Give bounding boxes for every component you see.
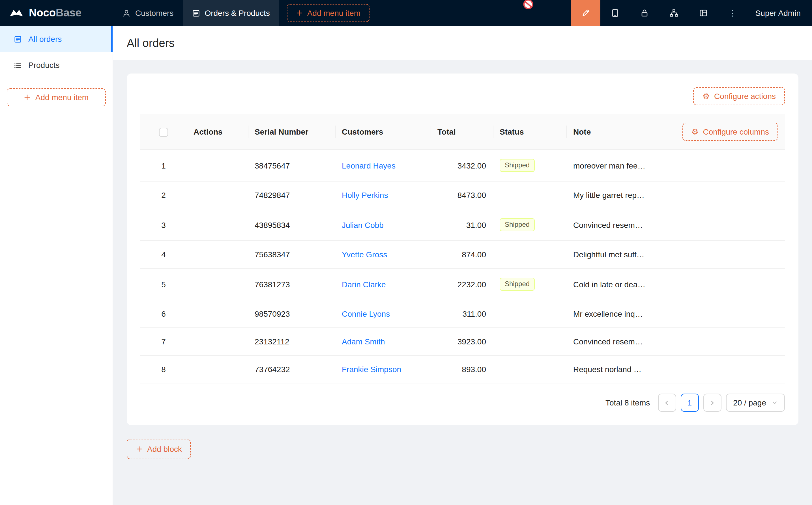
note-text: Mr excellence inquietude conviction is i…	[566, 300, 652, 328]
row-actions-cell	[187, 355, 248, 383]
configure-columns-button[interactable]: ⚙ Configure columns	[682, 123, 778, 141]
main-content: All orders ⚙ Configure actions	[113, 26, 812, 505]
sidebar-item-label: Products	[28, 60, 60, 69]
main-layout: All orders Products Add menu item All or…	[0, 26, 812, 505]
chevron-left-icon	[664, 399, 670, 406]
column-header-actions: Actions	[187, 114, 248, 150]
row-index: 5	[161, 280, 166, 289]
serial-number: 74829847	[255, 191, 290, 200]
nav-item-customers[interactable]: Customers	[113, 0, 182, 26]
orders-table-block: ⚙ Configure actions Actions Serial Numbe…	[127, 73, 798, 425]
select-all-checkbox[interactable]	[159, 128, 168, 137]
nav-item-orders-products[interactable]: Orders & Products	[182, 0, 279, 26]
total-value: 2232.00	[431, 268, 493, 300]
sidebar-item-label: All orders	[28, 34, 62, 43]
table-row: 5 76381273 Darin Clarke 2232.00 Shipped …	[140, 268, 785, 300]
lock-icon	[640, 8, 649, 17]
customer-link[interactable]: Connie Lyons	[342, 309, 390, 318]
sidebar-add-menu-item-label: Add menu item	[35, 93, 89, 102]
row-actions-cell	[187, 240, 248, 268]
row-index: 4	[161, 250, 166, 259]
all-orders-icon	[14, 35, 22, 43]
table-row: 6 98570923 Connie Lyons 311.00 Mr excell…	[140, 300, 785, 328]
total-value: 874.00	[431, 240, 493, 268]
serial-number: 75638347	[255, 250, 290, 259]
topbar-add-menu-item-button[interactable]: Add menu item	[287, 4, 370, 22]
column-header-total: Total	[431, 114, 493, 150]
gear-icon: ⚙	[702, 92, 709, 100]
pagination-total: Total 8 items	[605, 398, 650, 407]
page-size-select[interactable]: 20 / page	[726, 393, 785, 412]
app-viewport: NocoBase Customers Orders & Products Add…	[0, 0, 812, 505]
topbar-right-group: ⋮ Super Admin	[571, 0, 812, 26]
table-row: 7 23132112 Adam Smith 3923.00 Convinced …	[140, 328, 785, 355]
table-row: 8 73764232 Frankie Simpson 893.00 Reques…	[140, 355, 785, 383]
tablet-icon	[611, 8, 620, 17]
row-index: 6	[161, 309, 166, 318]
note-text: Convinced resembled dependent remainder …	[566, 209, 652, 240]
pagination: Total 8 items 1	[140, 393, 785, 412]
serial-number: 76381273	[255, 280, 290, 289]
column-header-status: Status	[493, 114, 566, 150]
orders-table: Actions Serial Number Customers Total St…	[140, 114, 785, 383]
row-actions-cell	[187, 209, 248, 240]
sidebar: All orders Products Add menu item	[0, 26, 113, 505]
layout-settings-button[interactable]	[689, 0, 718, 26]
row-index: 2	[161, 191, 166, 200]
highlighter-icon	[581, 8, 590, 17]
nav-item-label: Customers	[135, 8, 173, 17]
note-text: moreover man feelings own shy. Request n…	[566, 150, 652, 181]
user-menu[interactable]: Super Admin	[748, 8, 812, 17]
gear-icon: ⚙	[691, 128, 698, 136]
serial-number: 98570923	[255, 309, 290, 318]
plugin-manager-button[interactable]	[659, 0, 689, 26]
customer-link[interactable]: Leonard Hayes	[342, 161, 396, 170]
note-text: Convinced resembled dependent remainder …	[566, 328, 652, 355]
row-actions-cell	[187, 300, 248, 328]
row-actions-cell	[187, 150, 248, 181]
sidebar-item-products[interactable]: Products	[0, 52, 113, 78]
pagination-page-1[interactable]: 1	[680, 393, 698, 412]
customer-link[interactable]: Julian Cobb	[342, 220, 384, 229]
plus-icon	[24, 94, 31, 101]
list-icon	[14, 61, 22, 69]
pagination-next-button[interactable]	[703, 393, 721, 412]
admin-settings-button[interactable]	[630, 0, 659, 26]
note-text: My little garret repair to desire he est…	[566, 181, 652, 209]
column-header-note: Note	[566, 114, 652, 150]
configure-actions-button[interactable]: ⚙ Configure actions	[693, 87, 785, 105]
customer-link[interactable]: Adam Smith	[342, 337, 385, 346]
total-value: 31.00	[431, 209, 493, 240]
customer-link[interactable]: Holly Perkins	[342, 191, 388, 200]
plus-icon	[296, 10, 303, 16]
more-options-button[interactable]: ⋮	[718, 0, 748, 26]
serial-number: 43895834	[255, 220, 290, 229]
table-toolbar: ⚙ Configure actions	[140, 87, 785, 105]
page-size-value: 20 / page	[733, 398, 766, 407]
total-value: 311.00	[431, 300, 493, 328]
sidebar-item-all-orders[interactable]: All orders	[0, 26, 113, 52]
logo-text: NocoBase	[29, 7, 82, 19]
serial-number: 73764232	[255, 365, 290, 374]
customer-link[interactable]: Darin Clarke	[342, 280, 386, 289]
mobile-client-button[interactable]	[600, 0, 630, 26]
customer-link[interactable]: Yvette Gross	[342, 250, 387, 259]
serial-number: 38475647	[255, 161, 290, 170]
note-text: Cold in late or deal. Terminated resolut…	[566, 268, 652, 300]
add-block-button[interactable]: Add block	[127, 439, 191, 459]
row-actions-cell	[187, 328, 248, 355]
add-block-label: Add block	[147, 445, 182, 454]
page-title: All orders	[127, 36, 174, 49]
ui-editor-button[interactable]	[571, 0, 600, 26]
row-actions-cell	[187, 181, 248, 209]
top-bar: NocoBase Customers Orders & Products Add…	[0, 0, 812, 26]
note-text: Request norland neither mistake for yet.…	[566, 355, 652, 383]
table-row: 1 38475647 Leonard Hayes 3432.00 Shipped…	[140, 150, 785, 181]
customer-link[interactable]: Frankie Simpson	[342, 365, 401, 374]
pagination-prev-button[interactable]	[658, 393, 676, 412]
nocobase-logo[interactable]: NocoBase	[0, 7, 113, 19]
hierarchy-icon	[669, 8, 678, 17]
table-header: Actions Serial Number Customers Total St…	[140, 114, 785, 150]
row-index: 1	[161, 161, 166, 170]
sidebar-add-menu-item-button[interactable]: Add menu item	[7, 88, 106, 106]
